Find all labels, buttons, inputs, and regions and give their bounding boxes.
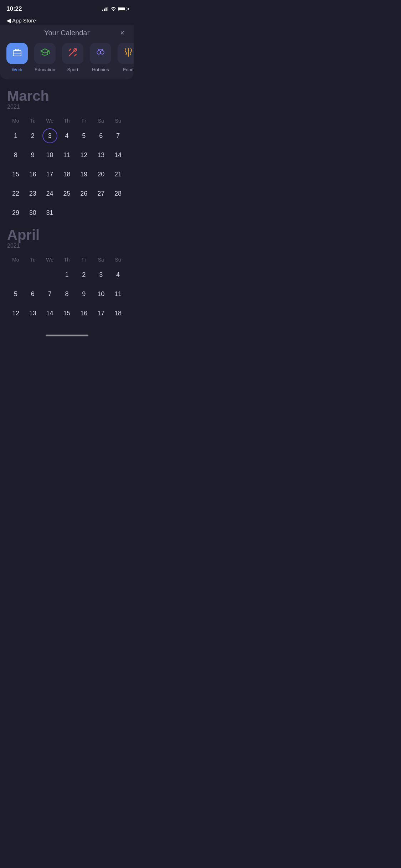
weekday-fr: Fr <box>75 117 92 125</box>
april-day-2[interactable]: 2 <box>75 268 92 282</box>
category-icon-work-wrap <box>6 43 28 64</box>
category-item-food[interactable]: Food <box>116 43 134 72</box>
march-day-29[interactable]: 29 <box>7 206 24 220</box>
march-day-22[interactable]: 22 <box>7 186 24 201</box>
march-day-30[interactable]: 30 <box>24 206 41 220</box>
april-day-18[interactable]: 18 <box>109 306 127 320</box>
category-label-hobbies: Hobbies <box>92 67 109 72</box>
march-day-13[interactable]: 13 <box>92 148 109 162</box>
april-weekday-mo: Mo <box>7 255 24 264</box>
march-grid: Mo Tu We Th Fr Sa Su 1 2 3 4 5 6 7 8 9 1… <box>7 117 127 220</box>
svg-line-4 <box>69 49 71 51</box>
weekday-tu: Tu <box>24 117 41 125</box>
march-day-18[interactable]: 18 <box>58 167 76 181</box>
march-day-26[interactable]: 26 <box>75 186 92 201</box>
april-weekday-sa: Sa <box>92 255 109 264</box>
april-day-16[interactable]: 16 <box>75 306 92 320</box>
march-year: 2021 <box>7 104 127 110</box>
march-day-27[interactable]: 27 <box>92 186 109 201</box>
home-indicator-area <box>0 327 134 340</box>
hobbies-icon <box>95 47 106 60</box>
work-icon <box>12 47 22 60</box>
march-day-31[interactable]: 31 <box>41 206 58 220</box>
april-day-17[interactable]: 17 <box>92 306 109 320</box>
march-day-3[interactable]: 3 <box>41 129 58 143</box>
category-label-education: Education <box>35 67 55 72</box>
weekday-mo: Mo <box>7 117 24 125</box>
april-month-name: April <box>7 227 127 243</box>
march-empty-2 <box>75 206 92 220</box>
march-day-19[interactable]: 19 <box>75 167 92 181</box>
category-item-education[interactable]: Education <box>33 43 57 72</box>
april-day-12[interactable]: 12 <box>7 306 24 320</box>
april-day-1[interactable]: 1 <box>58 268 76 282</box>
march-day-17[interactable]: 17 <box>41 167 58 181</box>
svg-line-5 <box>74 54 76 56</box>
march-day-25[interactable]: 25 <box>58 186 76 201</box>
wifi-icon <box>110 6 116 12</box>
category-item-work[interactable]: Work <box>5 43 29 72</box>
category-label-food: Food <box>123 67 134 72</box>
back-arrow-icon: ◀ <box>6 17 11 24</box>
april-weekday-th: Th <box>58 255 76 264</box>
april-days: 1 2 3 4 5 6 7 8 9 10 11 12 13 14 15 16 1… <box>7 268 127 320</box>
march-day-11[interactable]: 11 <box>58 148 76 162</box>
march-day-20[interactable]: 20 <box>92 167 109 181</box>
march-days: 1 2 3 4 5 6 7 8 9 10 11 12 13 14 15 16 1… <box>7 129 127 220</box>
category-item-hobbies[interactable]: Hobbies <box>88 43 113 72</box>
april-day-13[interactable]: 13 <box>24 306 41 320</box>
category-scroll[interactable]: Work Education <box>0 43 134 72</box>
april-day-15[interactable]: 15 <box>58 306 76 320</box>
april-day-6[interactable]: 6 <box>24 287 41 301</box>
march-day-15[interactable]: 15 <box>7 167 24 181</box>
march-day-16[interactable]: 16 <box>24 167 41 181</box>
april-weekday-we: We <box>41 255 58 264</box>
header-panel: Your Calendar × Work <box>0 25 134 79</box>
april-day-7[interactable]: 7 <box>41 287 58 301</box>
march-day-24[interactable]: 24 <box>41 186 58 201</box>
weekday-th: Th <box>58 117 76 125</box>
march-day-2[interactable]: 2 <box>24 129 41 143</box>
april-weekday-fr: Fr <box>75 255 92 264</box>
sport-icon <box>67 47 78 60</box>
weekday-sa: Sa <box>92 117 109 125</box>
april-day-5[interactable]: 5 <box>7 287 24 301</box>
april-weekday-su: Su <box>109 255 127 264</box>
march-empty-4 <box>109 206 127 220</box>
april-day-9[interactable]: 9 <box>75 287 92 301</box>
march-day-10[interactable]: 10 <box>41 148 58 162</box>
april-day-11[interactable]: 11 <box>109 287 127 301</box>
april-empty-2 <box>24 268 41 282</box>
battery-icon <box>118 7 127 11</box>
march-day-8[interactable]: 8 <box>7 148 24 162</box>
march-day-7[interactable]: 7 <box>109 129 127 143</box>
back-nav[interactable]: ◀ App Store <box>0 16 134 25</box>
svg-point-7 <box>97 51 101 54</box>
category-icon-sport-wrap <box>62 43 83 64</box>
march-day-14[interactable]: 14 <box>109 148 127 162</box>
april-day-8[interactable]: 8 <box>58 287 76 301</box>
march-day-21[interactable]: 21 <box>109 167 127 181</box>
close-button[interactable]: × <box>117 28 127 38</box>
march-day-5[interactable]: 5 <box>75 129 92 143</box>
category-icon-food-wrap <box>118 43 134 64</box>
status-time: 10:22 <box>6 5 22 12</box>
svg-point-8 <box>101 51 104 54</box>
april-day-14[interactable]: 14 <box>41 306 58 320</box>
march-empty-1 <box>58 206 76 220</box>
march-day-23[interactable]: 23 <box>24 186 41 201</box>
april-year: 2021 <box>7 243 127 249</box>
category-icon-hobbies-wrap <box>90 43 111 64</box>
march-day-12[interactable]: 12 <box>75 148 92 162</box>
march-day-6[interactable]: 6 <box>92 129 109 143</box>
april-day-10[interactable]: 10 <box>92 287 109 301</box>
weekday-su: Su <box>109 117 127 125</box>
march-empty-3 <box>92 206 109 220</box>
march-day-1[interactable]: 1 <box>7 129 24 143</box>
march-day-9[interactable]: 9 <box>24 148 41 162</box>
category-item-sport[interactable]: Sport <box>61 43 85 72</box>
march-day-4[interactable]: 4 <box>58 129 76 143</box>
march-day-28[interactable]: 28 <box>109 186 127 201</box>
april-day-3[interactable]: 3 <box>92 268 109 282</box>
april-day-4[interactable]: 4 <box>109 268 127 282</box>
